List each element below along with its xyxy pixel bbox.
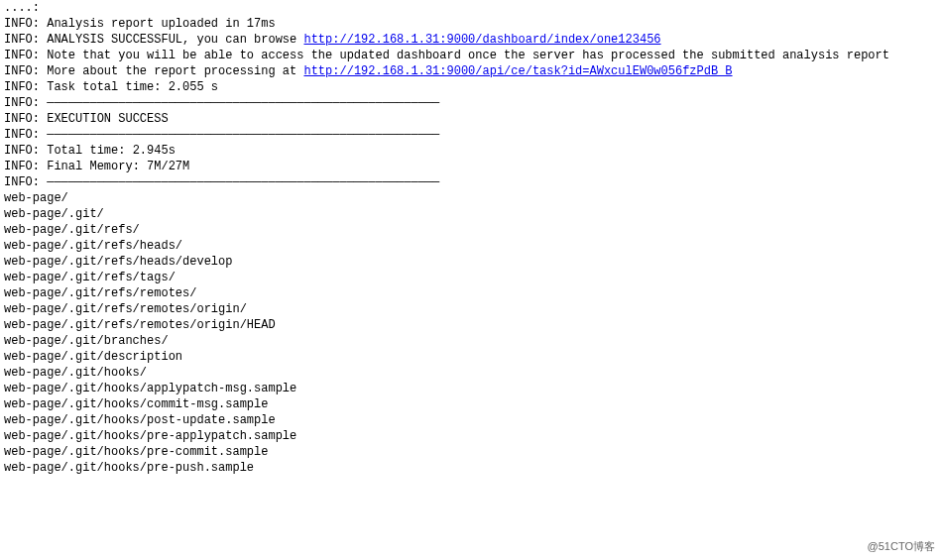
file-path: web-page/.git/hooks/applypatch-msg.sampl…	[4, 381, 939, 396]
log-prefix: INFO:	[4, 128, 40, 142]
file-path: web-page/.git/refs/tags/	[4, 270, 939, 285]
file-path: web-page/.git/refs/remotes/origin/	[4, 301, 939, 317]
console-output: ....: INFO: Analysis report uploaded in …	[0, 0, 943, 476]
log-msg: ANALYSIS SUCCESSFUL, you can browse http…	[47, 33, 660, 47]
log-line-truncated: ....:	[4, 0, 939, 16]
log-line-separator: INFO: ——————————————————————————————————…	[4, 95, 939, 111]
log-line-separator: INFO: ——————————————————————————————————…	[4, 174, 939, 190]
log-msg: Final Memory: 7M/27M	[47, 160, 189, 173]
log-prefix: INFO:	[4, 49, 40, 62]
file-path: web-page/.git/refs/heads/develop	[4, 254, 939, 270]
log-prefix: INFO:	[4, 160, 40, 173]
file-path: web-page/.git/branches/	[4, 333, 939, 349]
log-line: INFO: Task total time: 2.055 s	[4, 79, 939, 95]
log-line: INFO: Analysis report uploaded in 17ms	[4, 16, 939, 32]
dashboard-link[interactable]: http://192.168.1.31:9000/dashboard/index…	[303, 33, 660, 47]
log-line: INFO: ANALYSIS SUCCESSFUL, you can brows…	[4, 32, 939, 48]
file-path: web-page/	[4, 190, 939, 206]
separator-text: ————————————————————————————————————————…	[47, 175, 439, 189]
log-line: INFO: More about the report processing a…	[4, 63, 939, 79]
file-path: web-page/.git/hooks/pre-push.sample	[4, 460, 939, 476]
log-prefix: INFO:	[4, 17, 40, 31]
file-path: web-page/.git/refs/remotes/origin/HEAD	[4, 317, 939, 333]
file-path: web-page/.git/	[4, 206, 939, 222]
file-path: web-page/.git/description	[4, 349, 939, 365]
file-path: web-page/.git/refs/	[4, 222, 939, 238]
log-prefix: INFO:	[4, 144, 40, 158]
log-prefix: INFO:	[4, 64, 40, 78]
file-path: web-page/.git/refs/heads/	[4, 238, 939, 254]
file-path: web-page/.git/hooks/post-update.sample	[4, 412, 939, 428]
log-line: INFO: Total time: 2.945s	[4, 143, 939, 159]
log-msg: Task total time: 2.055 s	[47, 80, 218, 94]
log-prefix: INFO:	[4, 33, 40, 47]
log-msg: Total time: 2.945s	[47, 144, 176, 158]
log-prefix: INFO:	[4, 112, 40, 126]
file-path: web-page/.git/refs/remotes/	[4, 285, 939, 301]
file-path: web-page/.git/hooks/	[4, 365, 939, 381]
log-msg: More about the report processing at http…	[47, 64, 732, 78]
log-msg: Note that you will be able to access the…	[47, 49, 889, 62]
file-path: web-page/.git/hooks/commit-msg.sample	[4, 396, 939, 412]
log-prefix: INFO:	[4, 96, 40, 110]
log-line: INFO: EXECUTION SUCCESS	[4, 111, 939, 127]
watermark-text: @51CTO博客	[868, 538, 935, 554]
task-link[interactable]: http://192.168.1.31:9000/api/ce/task?id=…	[303, 64, 732, 78]
log-line-separator: INFO: ——————————————————————————————————…	[4, 127, 939, 143]
log-msg: EXECUTION SUCCESS	[47, 112, 168, 126]
file-path: web-page/.git/hooks/pre-applypatch.sampl…	[4, 428, 939, 444]
log-line: INFO: Final Memory: 7M/27M	[4, 159, 939, 174]
file-path: web-page/.git/hooks/pre-commit.sample	[4, 444, 939, 460]
log-line: INFO: Note that you will be able to acce…	[4, 48, 939, 63]
separator-text: ————————————————————————————————————————…	[47, 128, 439, 142]
log-msg: Analysis report uploaded in 17ms	[47, 17, 275, 31]
log-prefix: ....:	[4, 1, 40, 15]
separator-text: ————————————————————————————————————————…	[47, 96, 439, 110]
log-prefix: INFO:	[4, 175, 40, 189]
log-prefix: INFO:	[4, 80, 40, 94]
